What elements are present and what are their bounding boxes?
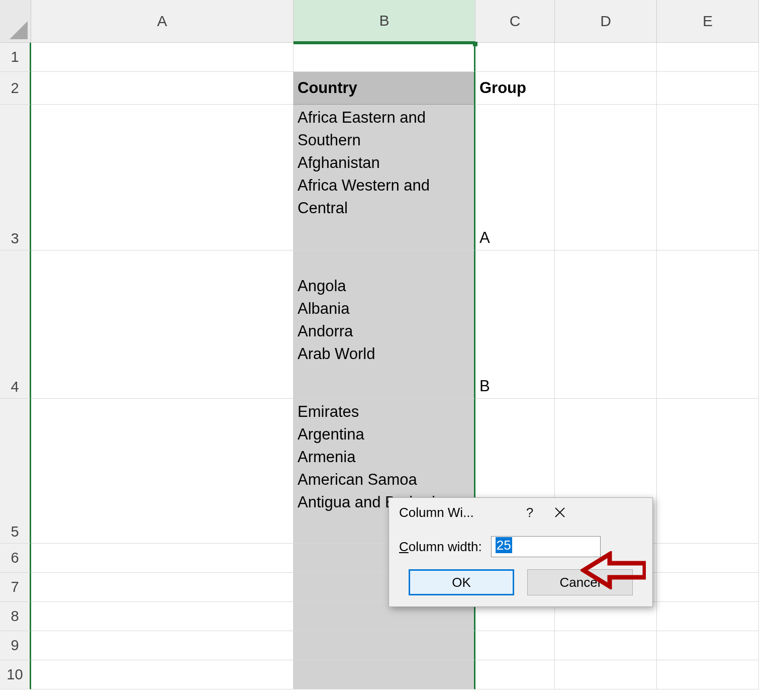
col-header-c[interactable]: C — [475, 0, 555, 43]
row-header-3[interactable]: 3 — [0, 105, 31, 250]
row-header-6[interactable]: 6 — [0, 544, 31, 573]
row-header-4[interactable]: 4 — [0, 250, 31, 399]
dialog-title-text: Column Wi... — [399, 505, 515, 520]
cell-b9[interactable] — [294, 631, 475, 660]
cell-c1[interactable] — [475, 43, 555, 72]
col-header-e[interactable]: E — [657, 0, 759, 43]
cell-d9[interactable] — [555, 631, 657, 660]
row-header-8[interactable]: 8 — [0, 602, 31, 631]
cell-a5[interactable] — [31, 399, 294, 544]
column-width-input[interactable]: 25 — [491, 536, 601, 557]
col-header-d[interactable]: D — [555, 0, 657, 43]
cell-a10[interactable] — [31, 660, 294, 689]
cell-e4[interactable] — [657, 250, 759, 399]
spreadsheet-grid[interactable]: A B C D E 1 2 Country Group 3 Africa Eas… — [0, 0, 772, 689]
cell-d1[interactable] — [555, 43, 657, 72]
cell-e8[interactable] — [657, 602, 759, 631]
cell-c2[interactable]: Group — [475, 72, 555, 105]
row-header-10[interactable]: 10 — [0, 660, 31, 689]
dialog-help-button[interactable]: ? — [515, 501, 545, 524]
cell-a2[interactable] — [31, 72, 294, 105]
selection-handle[interactable] — [473, 42, 477, 46]
cell-e1[interactable] — [657, 43, 759, 72]
column-width-label: Column width: — [399, 539, 482, 555]
cell-b1[interactable] — [294, 43, 475, 72]
col-header-b[interactable]: B — [294, 0, 475, 43]
cell-c9[interactable] — [475, 631, 555, 660]
col-header-a[interactable]: A — [31, 0, 294, 43]
row-header-1[interactable]: 1 — [0, 43, 31, 72]
cell-b3[interactable]: Africa Eastern and Southern Afghanistan … — [294, 105, 475, 250]
cell-e7[interactable] — [657, 573, 759, 602]
cell-b10[interactable] — [294, 660, 475, 689]
cell-a7[interactable] — [31, 573, 294, 602]
select-all-corner[interactable] — [0, 0, 31, 43]
cell-a1[interactable] — [31, 43, 294, 72]
cancel-button[interactable]: Cancel — [527, 569, 633, 595]
cell-e5[interactable] — [657, 399, 759, 544]
column-width-dialog: Column Wi... ? Column width: 25 OK Cance… — [389, 497, 653, 607]
cell-e10[interactable] — [657, 660, 759, 689]
cell-b2[interactable]: Country — [294, 72, 475, 105]
cell-e3[interactable] — [657, 105, 759, 250]
cell-a8[interactable] — [31, 602, 294, 631]
cell-a9[interactable] — [31, 631, 294, 660]
dialog-close-button[interactable] — [545, 501, 575, 524]
cell-a4[interactable] — [31, 250, 294, 399]
row-header-5[interactable]: 5 — [0, 399, 31, 544]
cell-d4[interactable] — [555, 250, 657, 399]
cell-c4[interactable]: B — [475, 250, 555, 399]
cell-c3[interactable]: A — [475, 105, 555, 250]
cell-c10[interactable] — [475, 660, 555, 689]
cell-e2[interactable] — [657, 72, 759, 105]
cell-e6[interactable] — [657, 544, 759, 573]
cell-b4[interactable]: Angola Albania Andorra Arab World — [294, 250, 475, 399]
row-header-9[interactable]: 9 — [0, 631, 31, 660]
cell-e9[interactable] — [657, 631, 759, 660]
row-header-2[interactable]: 2 — [0, 72, 31, 105]
cell-d3[interactable] — [555, 105, 657, 250]
close-icon — [554, 506, 566, 518]
cell-a3[interactable] — [31, 105, 294, 250]
cell-d2[interactable] — [555, 72, 657, 105]
row-header-7[interactable]: 7 — [0, 573, 31, 602]
dialog-titlebar[interactable]: Column Wi... ? — [389, 498, 652, 527]
cell-d10[interactable] — [555, 660, 657, 689]
cell-a6[interactable] — [31, 544, 294, 573]
ok-button[interactable]: OK — [409, 569, 514, 595]
